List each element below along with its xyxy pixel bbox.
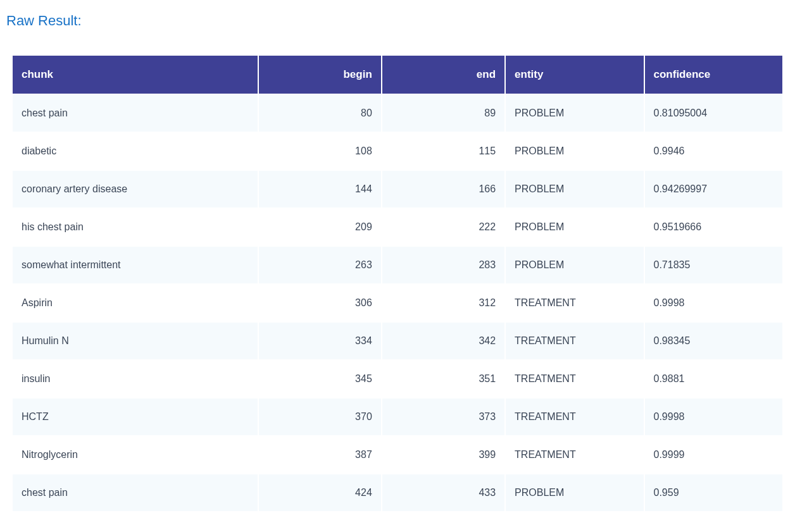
- cell-end: 89: [382, 95, 504, 132]
- cell-entity: TREATMENT: [506, 399, 643, 435]
- cell-entity: TREATMENT: [506, 285, 643, 321]
- header-entity: entity: [506, 56, 643, 94]
- cell-confidence: 0.9999: [645, 436, 782, 473]
- cell-confidence: 0.71835: [645, 247, 782, 283]
- cell-entity: PROBLEM: [506, 247, 643, 283]
- cell-chunk: coronary artery disease: [13, 171, 258, 207]
- cell-confidence: 0.9998: [645, 399, 782, 435]
- cell-entity: PROBLEM: [506, 133, 643, 170]
- cell-chunk: HCTZ: [13, 399, 258, 435]
- cell-entity: PROBLEM: [506, 209, 643, 245]
- cell-begin: 144: [259, 171, 381, 207]
- cell-confidence: 0.98345: [645, 323, 782, 359]
- table-row: insulin345351TREATMENT0.9881: [13, 361, 782, 397]
- cell-confidence: 0.9998: [645, 285, 782, 321]
- cell-entity: PROBLEM: [506, 474, 643, 511]
- table-row: Humulin N334342TREATMENT0.98345: [13, 323, 782, 359]
- cell-entity: TREATMENT: [506, 361, 643, 397]
- table-row: somewhat intermittent263283PROBLEM0.7183…: [13, 247, 782, 283]
- cell-confidence: 0.9881: [645, 361, 782, 397]
- table-row: chest pain424433PROBLEM0.959: [13, 474, 782, 511]
- cell-end: 283: [382, 247, 504, 283]
- cell-chunk: Aspirin: [13, 285, 258, 321]
- cell-end: 166: [382, 171, 504, 207]
- cell-chunk: diabetic: [13, 133, 258, 170]
- cell-begin: 108: [259, 133, 381, 170]
- cell-begin: 334: [259, 323, 381, 359]
- table-row: chest pain8089PROBLEM0.81095004: [13, 95, 782, 132]
- cell-chunk: Humulin N: [13, 323, 258, 359]
- table-row: coronary artery disease144166PROBLEM0.94…: [13, 171, 782, 207]
- cell-begin: 306: [259, 285, 381, 321]
- table-row: his chest pain209222PROBLEM0.9519666: [13, 209, 782, 245]
- cell-begin: 424: [259, 474, 381, 511]
- cell-confidence: 0.9519666: [645, 209, 782, 245]
- cell-entity: PROBLEM: [506, 171, 643, 207]
- cell-end: 351: [382, 361, 504, 397]
- cell-end: 312: [382, 285, 504, 321]
- header-begin: begin: [259, 56, 381, 94]
- cell-begin: 209: [259, 209, 381, 245]
- cell-chunk: chest pain: [13, 474, 258, 511]
- header-end: end: [382, 56, 504, 94]
- cell-end: 433: [382, 474, 504, 511]
- cell-chunk: chest pain: [13, 95, 258, 132]
- cell-chunk: Nitroglycerin: [13, 436, 258, 473]
- cell-entity: PROBLEM: [506, 95, 643, 132]
- cell-begin: 263: [259, 247, 381, 283]
- cell-end: 373: [382, 399, 504, 435]
- cell-end: 222: [382, 209, 504, 245]
- table-row: diabetic108115PROBLEM0.9946: [13, 133, 782, 170]
- cell-confidence: 0.9946: [645, 133, 782, 170]
- header-confidence: confidence: [645, 56, 782, 94]
- cell-end: 342: [382, 323, 504, 359]
- table-header-row: chunk begin end entity confidence: [13, 56, 782, 94]
- cell-entity: TREATMENT: [506, 436, 643, 473]
- header-chunk: chunk: [13, 56, 258, 94]
- table-row: HCTZ370373TREATMENT0.9998: [13, 399, 782, 435]
- cell-chunk: his chest pain: [13, 209, 258, 245]
- cell-confidence: 0.959: [645, 474, 782, 511]
- results-table-container: chunk begin end entity confidence chest …: [6, 54, 789, 512]
- cell-begin: 387: [259, 436, 381, 473]
- page-title: Raw Result:: [6, 13, 789, 29]
- cell-begin: 345: [259, 361, 381, 397]
- cell-confidence: 0.81095004: [645, 95, 782, 132]
- table-row: Nitroglycerin387399TREATMENT0.9999: [13, 436, 782, 473]
- results-table: chunk begin end entity confidence chest …: [11, 54, 784, 512]
- cell-entity: TREATMENT: [506, 323, 643, 359]
- cell-confidence: 0.94269997: [645, 171, 782, 207]
- cell-begin: 370: [259, 399, 381, 435]
- cell-begin: 80: [259, 95, 381, 132]
- cell-chunk: insulin: [13, 361, 258, 397]
- table-row: Aspirin306312TREATMENT0.9998: [13, 285, 782, 321]
- cell-end: 399: [382, 436, 504, 473]
- cell-chunk: somewhat intermittent: [13, 247, 258, 283]
- cell-end: 115: [382, 133, 504, 170]
